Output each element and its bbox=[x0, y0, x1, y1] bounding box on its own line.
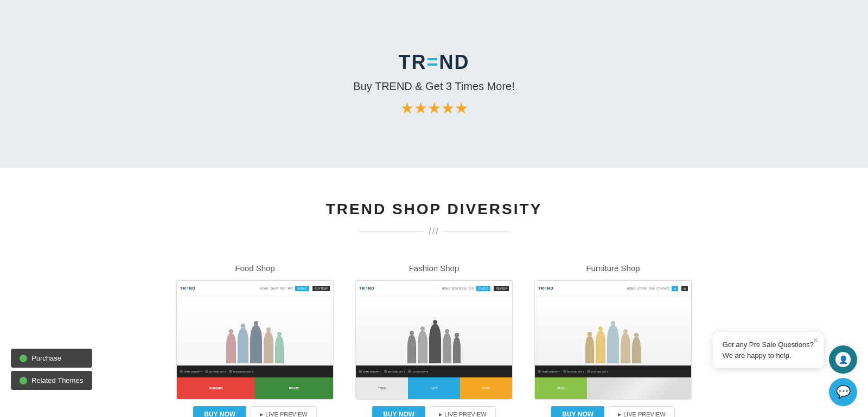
food-person-4 bbox=[264, 332, 273, 363]
furniture-person-2 bbox=[596, 331, 605, 363]
purchase-button[interactable]: Purchase bbox=[11, 349, 92, 368]
furniture-shop-label: Furniture Shop bbox=[586, 264, 640, 273]
chat-line2: We are happy to help. bbox=[723, 350, 814, 361]
furniture-person-1 bbox=[585, 336, 594, 363]
food-person-2 bbox=[238, 328, 248, 363]
related-label: Related Themes bbox=[31, 376, 83, 384]
food-header-btns: PUBLIC BUY NOW bbox=[295, 286, 330, 291]
divider-line-left bbox=[359, 232, 424, 232]
hero-section: TR=ND Buy TREND & Get 3 Times More! ★★★★… bbox=[0, 0, 868, 168]
furniture-shop-preview: TR=ND HOME STORE BUY CONTACT ⊞ ⊠ bbox=[534, 280, 692, 400]
furniture-mockup-header: TR=ND HOME STORE BUY CONTACT ⊞ ⊠ bbox=[535, 281, 691, 296]
hero-subtitle: Buy TREND & Get 3 Times More! bbox=[353, 80, 515, 93]
purchase-label: Purchase bbox=[31, 354, 61, 362]
furniture-header-btns: ⊞ ⊠ bbox=[672, 286, 688, 291]
hero-stars: ★★★★★ bbox=[400, 99, 468, 117]
fashion-shop-preview: TR=ND HOME BOUTIQUE BUY PUBLIC REVIEW bbox=[355, 280, 513, 400]
logo-eq: = bbox=[426, 51, 439, 73]
furniture-person-4 bbox=[621, 333, 630, 363]
related-icon bbox=[20, 377, 27, 384]
related-themes-button[interactable]: Related Themes bbox=[11, 371, 92, 390]
food-person-3 bbox=[250, 325, 262, 363]
section-title: TREND SHOP DIVERSITY bbox=[0, 201, 868, 218]
furniture-mockup-footer: HOME DELIVERY BUY ONE GET 2 BUY ONE GET … bbox=[535, 365, 691, 377]
furniture-person-3 bbox=[607, 325, 619, 363]
chat-line1: Got any Pre Sale Questions? bbox=[723, 339, 814, 350]
food-nav: HOME SHOP BUY PAY bbox=[260, 287, 293, 290]
fashion-buttons: BUY NOW LIVE PREVIEW bbox=[355, 406, 513, 417]
food-preview-button[interactable]: LIVE PREVIEW bbox=[251, 406, 317, 417]
divider-icon: /// bbox=[424, 227, 443, 236]
fashion-person-1 bbox=[407, 335, 416, 363]
furniture-hero-img bbox=[535, 296, 691, 365]
chat-avatar: 👤 bbox=[829, 345, 857, 374]
purchase-icon bbox=[20, 355, 27, 362]
food-mockup-header: TR=ND HOME SHOP BUY PAY PUBLIC BUY NOW bbox=[177, 281, 333, 296]
chat-close-button[interactable]: × bbox=[813, 336, 818, 345]
fashion-person-2 bbox=[418, 331, 427, 363]
food-buttons: BUY NOW LIVE PREVIEW bbox=[176, 406, 334, 417]
fashion-person-3 bbox=[429, 324, 441, 363]
food-person-5 bbox=[275, 336, 284, 363]
fashion-mockup-footer: HOME DELIVERY BUY ONE GET 2 14 DISCOUNTS bbox=[356, 365, 512, 377]
chat-person-icon: 👤 bbox=[839, 355, 848, 364]
chat-wrapper: × Got any Pre Sale Questions? We are hap… bbox=[713, 332, 857, 374]
fashion-logo: TR=ND bbox=[359, 286, 375, 290]
divider-line-right bbox=[444, 232, 509, 232]
fashion-person-4 bbox=[443, 333, 451, 363]
food-mockup-footer: HOME DELIVERY BUY ONE GET 2 HUGE DISCOUN… bbox=[177, 365, 333, 377]
fashion-mockup-header: TR=ND HOME BOUTIQUE BUY PUBLIC REVIEW bbox=[356, 281, 512, 296]
section-divider: /// bbox=[0, 227, 868, 236]
shop-item-furniture: Furniture Shop TR=ND HOME STORE BUY CONT… bbox=[534, 264, 692, 417]
fashion-hero-img bbox=[356, 296, 512, 365]
fashion-preview-button[interactable]: LIVE PREVIEW bbox=[430, 406, 496, 417]
food-hero-img bbox=[177, 296, 333, 365]
fashion-bottom: TOPS HATS MORE bbox=[356, 377, 512, 399]
food-logo: TR=ND bbox=[180, 286, 196, 290]
chat-widget: × Got any Pre Sale Questions? We are hap… bbox=[713, 332, 857, 406]
food-bottom: BURGERS FRUITS bbox=[177, 377, 333, 399]
food-mockup: TR=ND HOME SHOP BUY PAY PUBLIC BUY NOW bbox=[177, 281, 333, 399]
fashion-mockup: TR=ND HOME BOUTIQUE BUY PUBLIC REVIEW bbox=[356, 281, 512, 399]
furniture-logo: TR=ND bbox=[538, 286, 554, 290]
food-shop-preview: TR=ND HOME SHOP BUY PAY PUBLIC BUY NOW bbox=[176, 280, 334, 400]
shop-item-fashion: Fashion Shop TR=ND HOME BOUTIQUE BUY PUB… bbox=[355, 264, 513, 417]
furniture-person-5 bbox=[632, 337, 641, 363]
chat-bubble: × Got any Pre Sale Questions? We are hap… bbox=[713, 332, 824, 368]
chat-open-button[interactable]: 💬 bbox=[829, 378, 857, 406]
fashion-person-5 bbox=[453, 337, 461, 363]
fashion-buy-button[interactable]: BUY NOW bbox=[372, 406, 425, 417]
fashion-header-btns: PUBLIC REVIEW bbox=[476, 286, 509, 291]
furniture-buy-button[interactable]: BUY NOW bbox=[551, 406, 604, 417]
shop-item-food: Food Shop TR=ND HOME SHOP BUY PAY PUBLIC bbox=[176, 264, 334, 417]
furniture-bottom: BEDS bbox=[535, 377, 691, 399]
furniture-nav: HOME STORE BUY CONTACT bbox=[627, 287, 669, 290]
food-buy-button[interactable]: BUY NOW bbox=[193, 406, 246, 417]
hero-logo: TR=ND bbox=[398, 51, 469, 74]
fashion-shop-label: Fashion Shop bbox=[409, 264, 459, 273]
fashion-nav: HOME BOUTIQUE BUY bbox=[442, 287, 474, 290]
food-shop-label: Food Shop bbox=[235, 264, 275, 273]
furniture-preview-button[interactable]: LIVE PREVIEW bbox=[609, 406, 675, 417]
sidebar-buttons: Purchase Related Themes bbox=[11, 349, 92, 390]
food-person-1 bbox=[226, 333, 236, 363]
furniture-buttons: BUY NOW LIVE PREVIEW bbox=[534, 406, 692, 417]
furniture-mockup: TR=ND HOME STORE BUY CONTACT ⊞ ⊠ bbox=[535, 281, 691, 399]
